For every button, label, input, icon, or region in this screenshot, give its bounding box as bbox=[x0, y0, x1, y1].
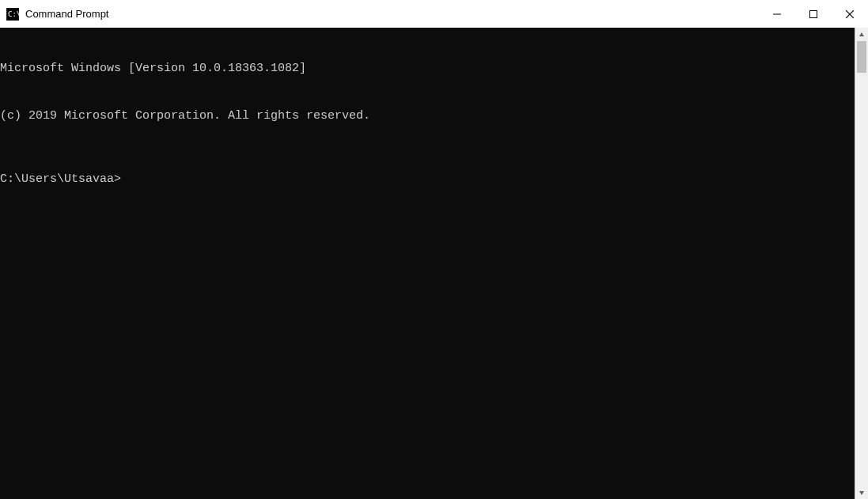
terminal-copyright-line: (c) 2019 Microsoft Corporation. All righ… bbox=[0, 108, 855, 124]
minimize-button[interactable] bbox=[759, 0, 795, 28]
maximize-button[interactable] bbox=[795, 0, 832, 28]
content-area: Microsoft Windows [Version 10.0.18363.10… bbox=[0, 28, 868, 499]
svg-rect-4 bbox=[810, 10, 817, 17]
svg-text:C:\: C:\ bbox=[8, 10, 19, 18]
terminal-prompt: C:\Users\Utsavaa> bbox=[0, 172, 855, 187]
window-controls bbox=[759, 0, 868, 28]
svg-marker-7 bbox=[859, 32, 864, 36]
titlebar-left: C:\ Command Prompt bbox=[6, 8, 108, 21]
scroll-thumb[interactable] bbox=[857, 41, 866, 73]
svg-marker-8 bbox=[859, 491, 864, 495]
scroll-up-arrow[interactable] bbox=[855, 28, 868, 41]
window-title: Command Prompt bbox=[25, 8, 108, 20]
scroll-track[interactable] bbox=[855, 41, 868, 486]
terminal-version-line: Microsoft Windows [Version 10.0.18363.10… bbox=[0, 61, 855, 77]
close-button[interactable] bbox=[832, 0, 868, 28]
vertical-scrollbar[interactable] bbox=[855, 28, 868, 499]
terminal-area[interactable]: Microsoft Windows [Version 10.0.18363.10… bbox=[0, 28, 855, 499]
cmd-icon: C:\ bbox=[6, 8, 19, 21]
window-titlebar: C:\ Command Prompt bbox=[0, 0, 868, 28]
scroll-down-arrow[interactable] bbox=[855, 486, 868, 499]
